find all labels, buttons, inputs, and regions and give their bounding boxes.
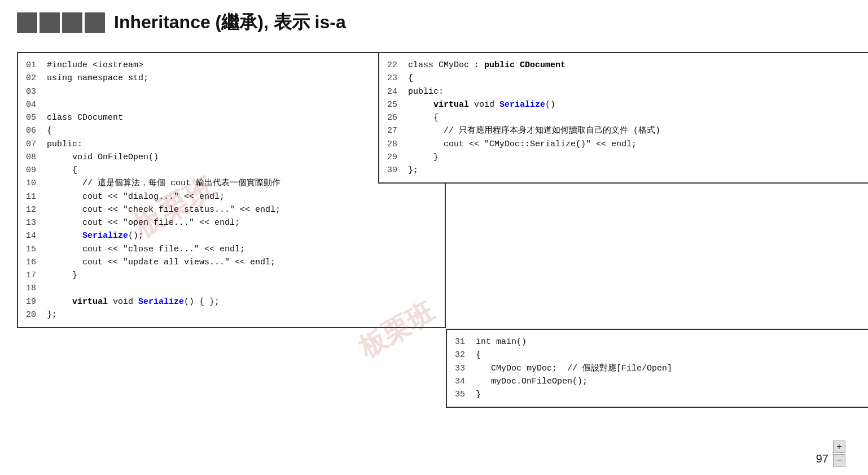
zoom-controls: + − — [833, 441, 845, 467]
line-11: 11 cout << "dialog..." << endl; — [26, 190, 437, 203]
line-20: 20 }; — [26, 308, 437, 321]
header-icon-3 — [62, 12, 82, 33]
line-23: 23 { — [387, 72, 860, 85]
line-07: 07 public: — [26, 138, 437, 151]
header-icon-4 — [85, 12, 105, 33]
code-box-3: 31 int main() 32 { 33 CMyDoc myDoc; // 假… — [446, 329, 868, 408]
line-19: 19 virtual void Serialize() { }; — [26, 295, 437, 308]
main-area: 板栗班 板栗班 01 #include <iostream> 02 using … — [17, 41, 851, 470]
page-title: Inheritance (繼承), 表示 is-a — [114, 10, 346, 35]
line-16: 16 cout << "update all views..." << endl… — [26, 256, 437, 269]
line-09: 09 { — [26, 164, 437, 177]
line-05: 05 class CDocument — [26, 111, 437, 124]
line-32: 32 { — [455, 348, 860, 361]
line-25: 25 virtual void Serialize() — [387, 98, 860, 111]
zoom-in-button[interactable]: + — [833, 441, 845, 453]
line-22: 22 class CMyDoc : public CDocument — [387, 59, 860, 72]
line-08: 08 void OnFileOpen() — [26, 151, 437, 164]
code-box-2: 22 class CMyDoc : public CDocument 23 { … — [378, 52, 868, 184]
line-27: 27 // 只有應用程序本身才知道如何讀取自己的文件 (格式) — [387, 124, 860, 137]
line-04: 04 — [26, 98, 437, 111]
line-01: 01 #include <iostream> — [26, 59, 437, 72]
line-33: 33 CMyDoc myDoc; // 假設對應[File/Open] — [455, 362, 860, 375]
zoom-out-button[interactable]: − — [833, 454, 845, 467]
header: Inheritance (繼承), 表示 is-a — [0, 0, 868, 41]
line-12: 12 cout << "check file status..." << end… — [26, 203, 437, 216]
header-icon-2 — [40, 12, 60, 33]
line-31: 31 int main() — [455, 335, 860, 348]
line-34: 34 myDoc.OnFileOpen(); — [455, 375, 860, 388]
line-06: 06 { — [26, 124, 437, 137]
line-35: 35 } — [455, 388, 860, 401]
line-17: 17 } — [26, 269, 437, 282]
header-icon-group — [17, 12, 105, 33]
header-icon-1 — [17, 12, 37, 33]
line-15: 15 cout << "close file..." << endl; — [26, 243, 437, 256]
line-30: 30 }; — [387, 164, 860, 177]
line-26: 26 { — [387, 111, 860, 124]
line-13: 13 cout << "open file..." << endl; — [26, 216, 437, 229]
line-02: 02 using namespace std; — [26, 72, 437, 85]
line-18: 18 — [26, 282, 437, 295]
line-10: 10 // 這是個算法，每個 cout 輸出代表一個實際動作 — [26, 177, 437, 190]
page-number: 97 — [816, 452, 828, 465]
line-03: 03 — [26, 85, 437, 98]
line-29: 29 } — [387, 151, 860, 164]
line-14: 14 Serialize(); — [26, 229, 437, 242]
line-28: 28 cout << "CMyDoc::Serialize()" << endl… — [387, 138, 860, 151]
line-24: 24 public: — [387, 85, 860, 98]
